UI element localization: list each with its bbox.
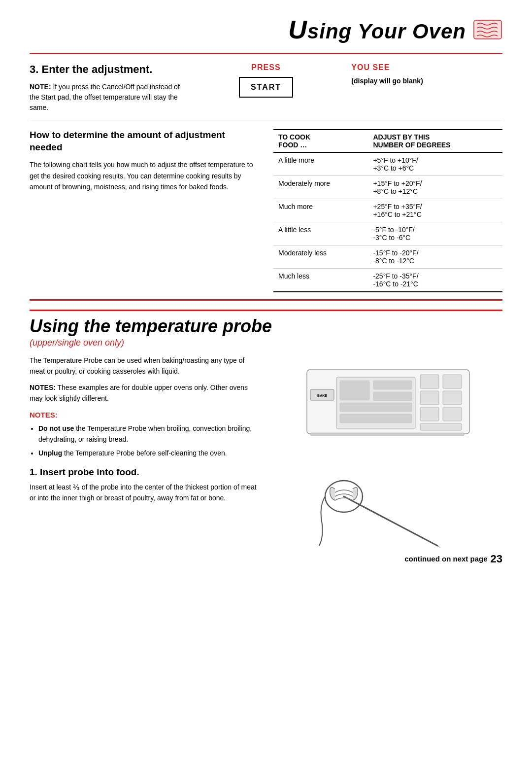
table-cell-food: A little less bbox=[273, 222, 368, 245]
adjustment-left: How to determine the amount of adjustmen… bbox=[30, 129, 259, 292]
insert-section: 1. Insert probe into food. Insert at lea… bbox=[30, 467, 502, 556]
probe-body-grid: The Temperature Probe can be used when b… bbox=[30, 355, 502, 462]
svg-rect-17 bbox=[420, 423, 462, 430]
note2-bold: Unplug bbox=[38, 449, 62, 457]
notes-intro-text: These examples are for double upper oven… bbox=[30, 384, 248, 402]
table-cell-adjust: -25°F to -35°F/-16°C to -21°C bbox=[368, 269, 502, 292]
notes-bold-label: NOTES: bbox=[30, 384, 56, 391]
probe-intro: The Temperature Probe can be used when b… bbox=[30, 355, 259, 377]
page-title: Using Your Oven bbox=[288, 15, 466, 44]
note-item-1: Do not use the Temperature Probe when br… bbox=[38, 423, 259, 445]
insert-left: 1. Insert probe into food. Insert at lea… bbox=[30, 467, 259, 504]
note-label: NOTE: bbox=[30, 83, 51, 91]
page-header: Using Your Oven bbox=[30, 15, 502, 44]
svg-rect-10 bbox=[340, 414, 412, 423]
section-3-heading: 3. Enter the adjustment. bbox=[30, 63, 181, 76]
notes-heading: NOTES: bbox=[30, 409, 259, 421]
probe-section: Using the temperature probe (upper/singl… bbox=[30, 301, 502, 560]
svg-rect-6 bbox=[340, 381, 369, 400]
table-cell-adjust: +5°F to +10°F/+3°C to +6°C bbox=[368, 152, 502, 176]
svg-text:BAKE: BAKE bbox=[317, 394, 327, 397]
svg-rect-12 bbox=[443, 375, 462, 388]
svg-rect-9 bbox=[340, 403, 412, 412]
oven-diagram: BAKE bbox=[273, 355, 502, 449]
brand-logo bbox=[473, 19, 502, 40]
adjustment-body: The following chart tells you how much t… bbox=[30, 159, 254, 192]
table-cell-adjust: +15°F to +20°F/+8°C to +12°C bbox=[368, 176, 502, 199]
table-row: Much less-25°F to -35°F/-16°C to -21°C bbox=[273, 269, 502, 292]
table-col2-header: ADJUST BY THISNUMBER OF DEGREES bbox=[368, 130, 502, 152]
table-row: Much more+25°F to +35°F/+16°C to +21°C bbox=[273, 199, 502, 222]
continued-text: continued on next page bbox=[404, 555, 487, 563]
table-row: A little more+5°F to +10°F/+3°C to +6°C bbox=[273, 152, 502, 176]
adjustment-table: TO COOKFOOD … ADJUST BY THISNUMBER OF DE… bbox=[273, 129, 502, 292]
svg-rect-13 bbox=[420, 391, 439, 405]
table-cell-adjust: -5°F to -10°F/-3°C to -6°C bbox=[368, 222, 502, 245]
press-column: PRESS START bbox=[191, 63, 342, 113]
svg-rect-18 bbox=[310, 433, 464, 436]
adjustment-section: How to determine the amount of adjustmen… bbox=[30, 120, 502, 301]
insert-body: Insert at least ⅔ of the probe into the … bbox=[30, 482, 259, 504]
insert-heading: 1. Insert probe into food. bbox=[30, 467, 259, 478]
svg-rect-8 bbox=[373, 392, 412, 401]
press-label: PRESS bbox=[251, 63, 280, 72]
svg-rect-15 bbox=[420, 407, 439, 421]
note1-bold: Do not use bbox=[38, 424, 74, 432]
table-col1-header: TO COOKFOOD … bbox=[273, 130, 368, 152]
yousee-column: YOU SEE (display will go blank) bbox=[351, 63, 502, 113]
table-cell-food: Moderately more bbox=[273, 176, 368, 199]
svg-rect-11 bbox=[420, 375, 439, 388]
adjustment-heading: How to determine the amount of adjustmen… bbox=[30, 129, 254, 153]
table-cell-food: Moderately less bbox=[273, 245, 368, 269]
note2-rest: the Temperature Probe before self-cleani… bbox=[62, 449, 227, 457]
note-body: If you press the Cancel/Off pad instead … bbox=[30, 83, 180, 111]
section-3: 3. Enter the adjustment. NOTE: If you pr… bbox=[30, 54, 502, 120]
svg-rect-16 bbox=[443, 407, 462, 421]
notes-list: Do not use the Temperature Probe when br… bbox=[30, 423, 259, 459]
start-button-display: START bbox=[239, 77, 293, 98]
svg-rect-14 bbox=[443, 391, 462, 405]
table-row: Moderately more+15°F to +20°F/+8°C to +1… bbox=[273, 176, 502, 199]
note-item-2: Unplug the Temperature Probe before self… bbox=[38, 448, 259, 458]
page-number: 23 bbox=[491, 553, 502, 565]
table-cell-food: A little more bbox=[273, 152, 368, 176]
table-cell-adjust: +25°F to +35°F/+16°C to +21°C bbox=[368, 199, 502, 222]
probe-illustration bbox=[273, 467, 502, 556]
section-3-left: 3. Enter the adjustment. NOTE: If you pr… bbox=[30, 63, 181, 113]
probe-notes-intro: NOTES: These examples are for double upp… bbox=[30, 382, 259, 404]
table-cell-adjust: -15°F to -20°F/-8°C to -12°C bbox=[368, 245, 502, 269]
yousee-label: YOU SEE bbox=[351, 63, 390, 72]
page-footer: continued on next page 23 bbox=[404, 553, 502, 565]
probe-title: Using the temperature probe bbox=[30, 316, 502, 337]
svg-line-19 bbox=[344, 496, 437, 546]
section-3-note: NOTE: If you press the Cancel/Off pad in… bbox=[30, 82, 181, 113]
yousee-text: (display will go blank) bbox=[351, 77, 423, 85]
svg-rect-7 bbox=[373, 381, 412, 389]
probe-body-left: The Temperature Probe can be used when b… bbox=[30, 355, 259, 462]
adjustment-right: TO COOKFOOD … ADJUST BY THISNUMBER OF DE… bbox=[273, 129, 502, 292]
probe-subtitle: (upper/single oven only) bbox=[30, 338, 502, 348]
table-cell-food: Much less bbox=[273, 269, 368, 292]
table-row: Moderately less-15°F to -20°F/-8°C to -1… bbox=[273, 245, 502, 269]
table-row: A little less-5°F to -10°F/-3°C to -6°C bbox=[273, 222, 502, 245]
probe-rule bbox=[30, 310, 502, 311]
table-cell-food: Much more bbox=[273, 199, 368, 222]
